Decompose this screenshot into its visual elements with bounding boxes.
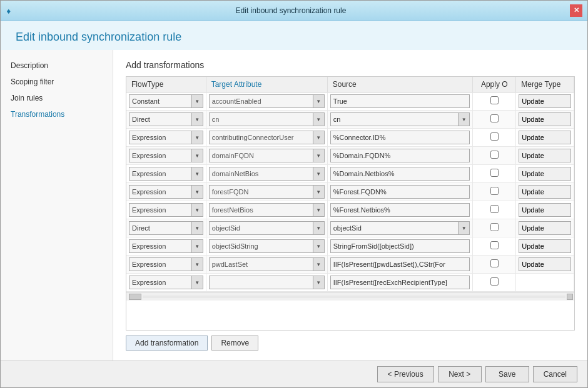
- target-select[interactable]: ▼: [209, 276, 325, 289]
- cell-source: True: [327, 92, 473, 111]
- target-select[interactable]: domainNetBios ▼: [209, 167, 325, 181]
- flowtype-dropdown-arrow[interactable]: ▼: [192, 185, 203, 199]
- target-select[interactable]: forestNetBios ▼: [209, 203, 325, 217]
- apply-checkbox[interactable]: [490, 169, 499, 177]
- cell-merge: Update: [516, 129, 574, 147]
- flowtype-dropdown-arrow[interactable]: ▼: [192, 149, 203, 162]
- source-dropdown-arrow[interactable]: ▼: [459, 112, 470, 126]
- apply-checkbox[interactable]: [490, 151, 499, 159]
- target-dropdown-arrow[interactable]: ▼: [313, 239, 325, 253]
- source-value: %Domain.FQDN%: [330, 149, 470, 162]
- source-value: cn: [330, 112, 459, 126]
- source-select[interactable]: objectSid ▼: [330, 221, 470, 235]
- target-select[interactable]: objectSidString ▼: [209, 239, 325, 253]
- next-button[interactable]: Next >: [438, 366, 482, 382]
- cell-merge: Update: [516, 237, 574, 256]
- apply-checkbox[interactable]: [490, 241, 499, 249]
- flowtype-dropdown-arrow[interactable]: ▼: [192, 112, 203, 126]
- apply-checkbox[interactable]: [490, 223, 499, 231]
- apply-checkbox[interactable]: [490, 132, 499, 141]
- flowtype-dropdown-arrow[interactable]: ▼: [192, 167, 203, 181]
- flowtype-select[interactable]: Expression ▼: [129, 276, 203, 289]
- table-row: Direct ▼ cn ▼ cn ▼ Update: [126, 111, 574, 129]
- target-dropdown-arrow[interactable]: ▼: [313, 221, 325, 235]
- target-dropdown-arrow[interactable]: ▼: [313, 257, 325, 271]
- transformations-table-wrapper[interactable]: FlowType Target Attribute Source Apply O…: [126, 76, 575, 331]
- close-button[interactable]: ✕: [570, 4, 582, 17]
- apply-checkbox[interactable]: [490, 114, 499, 122]
- target-value: objectSid: [209, 221, 313, 235]
- target-select[interactable]: pwdLastSet ▼: [209, 257, 325, 271]
- target-select[interactable]: objectSid ▼: [209, 221, 325, 235]
- cell-apply: [473, 256, 516, 274]
- flowtype-select[interactable]: Expression ▼: [129, 149, 203, 162]
- merge-type-value: Update: [519, 167, 571, 181]
- flowtype-select[interactable]: Expression ▼: [129, 167, 203, 181]
- target-dropdown-arrow[interactable]: ▼: [313, 149, 325, 162]
- flowtype-select[interactable]: Expression ▼: [129, 185, 203, 199]
- flowtype-dropdown-arrow[interactable]: ▼: [192, 257, 203, 271]
- cell-apply: [473, 237, 516, 256]
- flowtype-dropdown-arrow[interactable]: ▼: [192, 131, 203, 144]
- apply-checkbox[interactable]: [490, 277, 499, 286]
- target-dropdown-arrow[interactable]: ▼: [313, 131, 325, 144]
- cell-apply: [473, 219, 516, 237]
- apply-checkbox[interactable]: [490, 259, 499, 267]
- source-value: %Forest.Netbios%: [330, 203, 470, 217]
- table-row: Direct ▼ objectSid ▼ objectSid ▼ Update: [126, 219, 574, 237]
- target-dropdown-arrow[interactable]: ▼: [313, 112, 325, 126]
- target-select[interactable]: domainFQDN ▼: [209, 149, 325, 162]
- table-row: Expression ▼ forestFQDN ▼ %Forest.FQDN%U…: [126, 183, 574, 201]
- target-dropdown-arrow[interactable]: ▼: [313, 94, 325, 108]
- apply-checkbox[interactable]: [490, 205, 499, 213]
- cell-source: objectSid ▼: [327, 219, 473, 237]
- page-header: Edit inbound synchronization rule: [1, 21, 587, 50]
- cell-target: ▼: [206, 274, 327, 292]
- merge-type-value: Update: [519, 239, 571, 253]
- cell-flowtype: Direct ▼: [126, 219, 206, 237]
- cell-flowtype: Expression ▼: [126, 183, 206, 201]
- flowtype-select[interactable]: Expression ▼: [129, 203, 203, 217]
- flowtype-select[interactable]: Direct ▼: [129, 221, 203, 235]
- sidebar-item-description[interactable]: Description: [1, 57, 113, 74]
- cell-merge: Update: [516, 201, 574, 219]
- target-dropdown-arrow[interactable]: ▼: [313, 185, 325, 199]
- apply-checkbox[interactable]: [490, 96, 499, 104]
- table-row: Expression ▼ forestNetBios ▼ %Forest.Net…: [126, 201, 574, 219]
- horizontal-scrollbar[interactable]: [126, 292, 574, 301]
- target-select[interactable]: forestFQDN ▼: [209, 185, 325, 199]
- flowtype-select[interactable]: Expression ▼: [129, 239, 203, 253]
- flowtype-select[interactable]: Expression ▼: [129, 131, 203, 144]
- cell-apply: [473, 165, 516, 183]
- source-value: %Connector.ID%: [330, 131, 470, 144]
- source-select[interactable]: cn ▼: [330, 112, 470, 126]
- cancel-button[interactable]: Cancel: [533, 366, 577, 382]
- target-select[interactable]: accountEnabled ▼: [209, 94, 325, 108]
- target-select[interactable]: contributingConnectorUser ▼: [209, 131, 325, 144]
- flowtype-select[interactable]: Expression ▼: [129, 257, 203, 271]
- flowtype-dropdown-arrow[interactable]: ▼: [192, 276, 203, 289]
- target-value: pwdLastSet: [209, 257, 313, 271]
- target-dropdown-arrow[interactable]: ▼: [313, 203, 325, 217]
- save-button[interactable]: Save: [485, 366, 529, 382]
- merge-type-value: Update: [519, 257, 571, 271]
- target-dropdown-arrow[interactable]: ▼: [313, 167, 325, 181]
- source-value: %Domain.Netbios%: [330, 167, 470, 181]
- flowtype-select[interactable]: Constant ▼: [129, 94, 203, 108]
- flowtype-select[interactable]: Direct ▼: [129, 112, 203, 126]
- previous-button[interactable]: < Previous: [377, 366, 434, 382]
- source-dropdown-arrow[interactable]: ▼: [459, 221, 470, 235]
- sidebar-item-join-rules[interactable]: Join rules: [1, 90, 113, 106]
- add-transformation-button[interactable]: Add transformation: [126, 336, 208, 351]
- target-value: objectSidString: [209, 239, 313, 253]
- flowtype-dropdown-arrow[interactable]: ▼: [192, 239, 203, 253]
- remove-button[interactable]: Remove: [211, 336, 258, 351]
- apply-checkbox[interactable]: [490, 187, 499, 195]
- flowtype-dropdown-arrow[interactable]: ▼: [192, 203, 203, 217]
- flowtype-dropdown-arrow[interactable]: ▼: [192, 94, 203, 108]
- sidebar-item-scoping-filter[interactable]: Scoping filter: [1, 74, 113, 90]
- sidebar-item-transformations[interactable]: Transformations: [1, 106, 113, 122]
- target-select[interactable]: cn ▼: [209, 112, 325, 126]
- flowtype-dropdown-arrow[interactable]: ▼: [192, 221, 203, 235]
- target-dropdown-arrow[interactable]: ▼: [313, 276, 325, 289]
